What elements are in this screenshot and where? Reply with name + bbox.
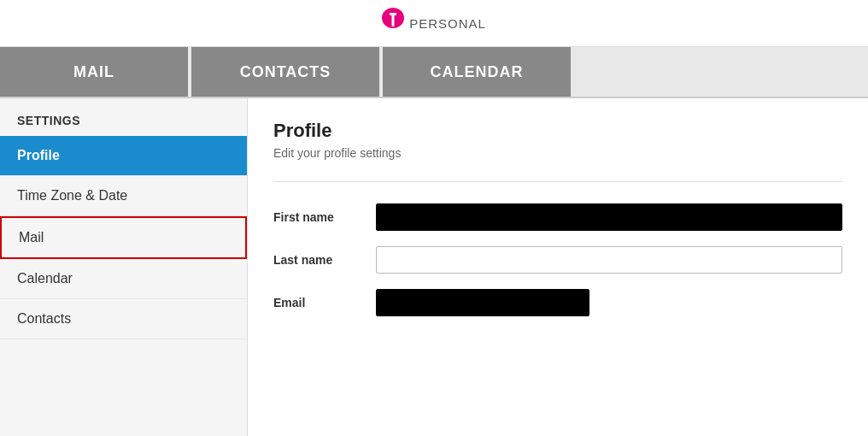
firstname-label: First name bbox=[273, 210, 376, 224]
firstname-row: First name bbox=[273, 203, 842, 231]
tab-contacts[interactable]: CONTACTS bbox=[191, 47, 379, 97]
sidebar-item-calendar[interactable]: Calendar bbox=[0, 259, 247, 299]
header: PERSONAL bbox=[0, 0, 868, 47]
page-subtitle: Edit your profile settings bbox=[273, 146, 842, 160]
svg-rect-2 bbox=[392, 15, 395, 27]
telstra-logo-icon bbox=[382, 8, 404, 39]
email-input[interactable] bbox=[376, 289, 589, 316]
lastname-input[interactable] bbox=[376, 246, 842, 274]
email-label: Email bbox=[273, 296, 376, 309]
tab-mail[interactable]: MAIL bbox=[0, 47, 188, 97]
nav-tabs: MAIL CONTACTS CALENDAR bbox=[0, 47, 868, 98]
sidebar-item-contacts[interactable]: Contacts bbox=[0, 299, 247, 339]
sidebar-item-mail[interactable]: Mail bbox=[0, 216, 247, 259]
email-row: Email bbox=[273, 289, 842, 316]
logo-text: PERSONAL bbox=[409, 16, 486, 31]
content-area: Profile Edit your profile settings First… bbox=[248, 98, 868, 436]
tab-calendar[interactable]: CALENDAR bbox=[383, 47, 571, 97]
logo-area: PERSONAL bbox=[382, 8, 486, 39]
sidebar-heading: SETTINGS bbox=[0, 98, 247, 136]
lastname-label: Last name bbox=[273, 253, 376, 267]
firstname-input[interactable] bbox=[376, 203, 842, 231]
lastname-row: Last name bbox=[273, 246, 842, 274]
sidebar-item-timezone[interactable]: Time Zone & Date bbox=[0, 176, 247, 216]
sidebar-item-profile[interactable]: Profile bbox=[0, 136, 247, 176]
page-title: Profile bbox=[273, 120, 842, 142]
divider bbox=[273, 181, 842, 182]
sidebar: SETTINGS Profile Time Zone & Date Mail C… bbox=[0, 98, 248, 436]
main-layout: SETTINGS Profile Time Zone & Date Mail C… bbox=[0, 98, 868, 436]
